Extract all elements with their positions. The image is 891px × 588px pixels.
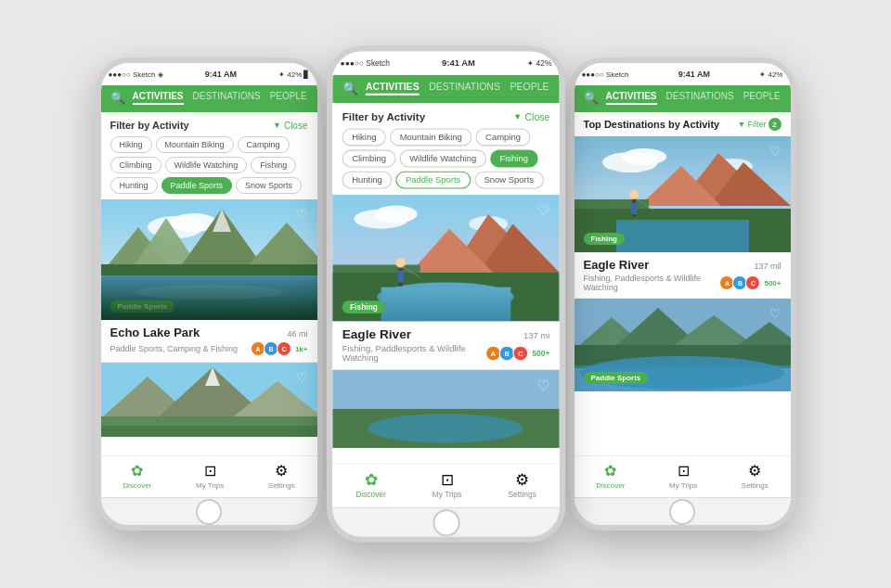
pill-fishing-middle[interactable]: Fishing [489,150,536,168]
phone-frame-right: ●●●○○ Sketch 9:41 AM ✦ 42% 🔍 ACTIVITIES … [569,58,796,530]
pill-hunting-left[interactable]: Hunting [110,177,158,194]
filter-area-left: Filter by Activity ▼ Close Hiking Mounta… [101,112,317,199]
pill-camping-left[interactable]: Camping [238,136,290,153]
search-row-left: 🔍 ACTIVITIES DESTINATIONS PEOPLE [110,91,308,105]
trips-icon-middle: ⊡ [440,470,453,489]
dest-avatars-echo: A B C 1k+ [251,341,308,356]
home-button-middle[interactable] [432,509,458,536]
settings-label-middle: Settings [508,491,536,499]
dest-card-eagle-river: ♡ Fishing Eagle River 137 mi Fishing, Pa… [332,195,560,370]
dest-name-eagle-right: Eagle River [584,258,650,272]
tab-activities-right[interactable]: ACTIVITIES [606,91,657,105]
bottom-nav-left: ✿ Discover ⊡ My Trips ⚙ Settings [101,455,317,497]
nav-settings-middle[interactable]: ⚙ Settings [508,470,536,500]
pill-wildlife-left[interactable]: Wildlife Watching [165,157,248,173]
pill-snow-middle[interactable]: Snow Sports [474,172,544,189]
pill-hiking-middle[interactable]: Hiking [342,129,385,147]
pill-camping-middle[interactable]: Camping [475,129,530,147]
dest-tags-eagle: Fishing, Paddlesports & Wildlife Watchin… [342,344,484,364]
svg-rect-28 [381,288,510,322]
tab-destinations-left[interactable]: DESTINATIONS [193,91,261,105]
status-time-middle: 9:41 AM [441,58,474,69]
dest-name-eagle: Eagle River [342,327,410,342]
phones-container: ●●●○○ Sketch ◈ 9:41 AM ✦ 42% ▊ 🔍 ACTIVIT… [96,58,796,530]
app-screen-right: 🔍 ACTIVITIES DESTINATIONS PEOPLE Top Des… [575,85,791,497]
search-icon-left[interactable]: 🔍 [110,91,125,105]
pill-paddle-left[interactable]: Paddle Sports [161,177,233,194]
nav-discover-left[interactable]: ✿ Discover [123,462,151,490]
tab-people-middle[interactable]: PEOPLE [510,81,549,96]
tab-destinations-middle[interactable]: DESTINATIONS [429,81,500,96]
app-screen-left: 🔍 ACTIVITIES DESTINATIONS PEOPLE Filter … [101,85,317,497]
tab-activities-left[interactable]: ACTIVITIES [133,91,184,105]
dest-image-eagle-right: ♡ Fishing [575,136,791,252]
tab-people-left[interactable]: PEOPLE [270,91,307,105]
dest-title-eagle: Eagle River 137 mi [342,327,549,342]
top-dest-header-right: Top Destinations by Activity ▼ Filter 2 [575,112,791,136]
status-right-left: ✦ 42% ▊ [278,70,309,79]
heart-eagle-right[interactable]: ♡ [769,144,781,159]
settings-label-left: Settings [268,481,295,490]
tab-destinations-right[interactable]: DESTINATIONS [666,91,734,105]
trips-icon-left: ⊡ [204,462,216,479]
status-time-left: 9:41 AM [205,70,237,79]
dest-sub-eagle-right: Fishing, Paddlesports & Wildlife Watchin… [584,274,781,292]
heart-2-middle[interactable]: ♡ [536,377,549,393]
pill-mountain-biking-middle[interactable]: Mountain Biking [390,129,471,147]
dest-image-2-middle: ♡ [332,370,560,448]
bottom-nav-middle: ✿ Discover ⊡ My Trips ⚙ Settings [332,464,560,507]
heart-2-left[interactable]: ♡ [296,370,308,385]
dest-info-eagle: Eagle River 137 mi Fishing, Paddlesports… [332,321,560,370]
filter-close-middle[interactable]: ▼ Close [512,111,549,122]
heart-paddle-right[interactable]: ♡ [769,306,781,321]
nav-discover-middle[interactable]: ✿ Discover [355,470,386,500]
pill-mountain-biking-left[interactable]: Mountain Biking [156,136,234,153]
phone-frame-middle: ●●●○○ Sketch 9:41 AM ✦ 42% 🔍 ACTIVITIES … [326,45,564,543]
nav-trips-right[interactable]: ⊡ My Trips [669,462,697,490]
filter-title-left: Filter by Activity [110,120,189,131]
status-bar-middle: ●●●○○ Sketch 9:41 AM ✦ 42% [332,52,560,75]
content-area-middle: ♡ Fishing Eagle River 137 mi Fishing, Pa… [332,195,560,464]
pill-snow-left[interactable]: Snow Sports [236,177,302,194]
tab-activities-middle[interactable]: ACTIVITIES [365,81,419,96]
home-button-right[interactable] [669,499,695,525]
nav-trips-left[interactable]: ⊡ My Trips [196,462,224,490]
discover-icon-left: ✿ [131,462,143,479]
trips-icon-right: ⊡ [678,462,690,479]
svg-rect-48 [631,203,637,214]
filter-label-right: Filter [748,120,767,129]
count-eagle: 500+ [532,349,549,357]
filter-btn-right[interactable]: ▼ Filter 2 [738,118,781,131]
search-icon-middle[interactable]: 🔍 [342,81,357,96]
pill-hiking-left[interactable]: Hiking [110,136,152,153]
svg-rect-8 [101,264,317,278]
pill-fishing-left[interactable]: Fishing [251,157,296,173]
nav-discover-right[interactable]: ✿ Discover [596,462,625,490]
heart-echo-lake[interactable]: ♡ [296,207,308,222]
status-left-middle: ●●●○○ Sketch [340,58,389,67]
status-time-right: 9:41 AM [678,70,710,79]
badge-paddle-right: Paddle Sports [584,372,649,384]
pill-paddle-middle[interactable]: Paddle Sports [395,172,470,189]
pill-climbing-middle[interactable]: Climbing [342,150,395,168]
status-bar-left: ●●●○○ Sketch ◈ 9:41 AM ✦ 42% ▊ [101,63,317,85]
filter-header-left: Filter by Activity ▼ Close [110,120,308,131]
home-button-left[interactable] [196,499,222,525]
heart-eagle-river[interactable]: ♡ [536,202,549,218]
dest-dist-echo: 46 mi [287,329,307,339]
nav-settings-left[interactable]: ⚙ Settings [268,462,295,490]
status-right-right: ✦ 42% [759,70,782,79]
dest-dist-eagle: 137 mi [523,331,549,341]
pill-wildlife-middle[interactable]: Wildlife Watching [399,150,485,168]
filter-header-middle: Filter by Activity ▼ Close [342,111,549,123]
nav-tabs-middle: ACTIVITIES DESTINATIONS PEOPLE [365,81,549,96]
filter-close-left[interactable]: ▼ Close [273,121,308,131]
pill-hunting-middle[interactable]: Hunting [342,172,392,189]
nav-settings-right[interactable]: ⚙ Settings [742,462,768,490]
app-header-middle: 🔍 ACTIVITIES DESTINATIONS PEOPLE [332,75,560,103]
search-icon-right[interactable]: 🔍 [584,91,599,105]
pill-climbing-left[interactable]: Climbing [110,157,161,173]
settings-icon-left: ⚙ [275,462,288,479]
tab-people-right[interactable]: PEOPLE [743,91,781,105]
nav-trips-middle[interactable]: ⊡ My Trips [432,470,461,500]
